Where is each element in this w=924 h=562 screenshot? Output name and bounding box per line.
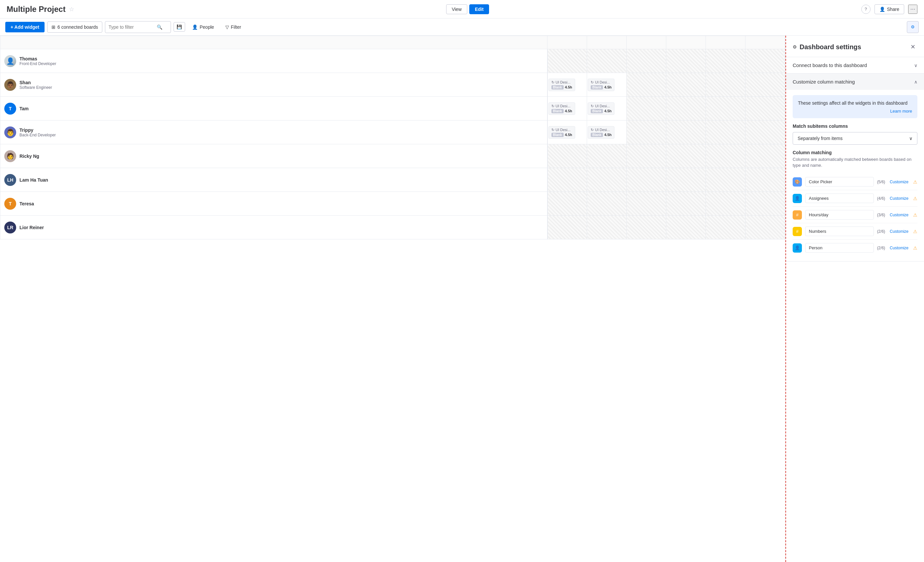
avatar: 🧑: [4, 150, 16, 162]
column-count: (5/6): [877, 180, 885, 184]
column-type-icon: #: [793, 227, 802, 236]
task-cell: [706, 97, 746, 120]
person-cell-1: 👨🏾ShanSoftware Engineer: [0, 73, 548, 97]
subitems-chevron-icon: ∨: [909, 136, 912, 141]
task-cell: [666, 192, 706, 216]
help-button[interactable]: ?: [861, 5, 870, 14]
task-cell: [706, 144, 746, 168]
avatar: LR: [4, 222, 16, 233]
column-name-input[interactable]: [805, 243, 874, 252]
task-cell: [627, 120, 666, 144]
filter-icon: ▽: [225, 24, 229, 30]
view-edit-toggle: View Edit: [446, 4, 489, 14]
task-cell: [587, 192, 627, 216]
settings-gear-icon: ⚙: [793, 44, 797, 50]
task-cell: [746, 120, 785, 144]
settings-header: ⚙ Dashboard settings ✕: [786, 36, 924, 57]
share-button[interactable]: 👤 Share: [874, 4, 904, 14]
task-chip[interactable]: ↻ UI Desi...Blank4.5h: [549, 102, 575, 115]
column-name-input[interactable]: [805, 194, 874, 203]
main-content: 👤ThomasFront-End Developer👨🏾ShanSoftware…: [0, 36, 924, 562]
task-cell: [666, 49, 706, 73]
column-customize-link[interactable]: Customize: [890, 213, 909, 217]
column-name-input[interactable]: [805, 227, 874, 236]
task-cell: ↻ UI Desi...Blank4.5h: [548, 73, 587, 97]
customize-col-label: Customize column matching: [793, 79, 855, 84]
task-cell: [706, 49, 746, 73]
column-matching-section: Column matching Columns are automaticall…: [793, 150, 917, 256]
customize-col-chevron-icon: ∧: [914, 79, 917, 84]
filter-input[interactable]: [109, 24, 155, 30]
task-cell: [746, 49, 785, 73]
task-chip[interactable]: ↻ UI Desi...Blank4.5h: [549, 126, 575, 139]
connected-boards-button[interactable]: ⊞ 6 connected boards: [47, 21, 102, 33]
task-cell: [627, 49, 666, 73]
column-warning-icon: ⚠: [913, 212, 917, 218]
column-customize-link[interactable]: Customize: [890, 229, 909, 234]
task-cell: [666, 73, 706, 97]
board-icon: ⊞: [51, 24, 56, 30]
task-cell: [706, 168, 746, 192]
person-name: Shan: [20, 80, 52, 85]
filter-button[interactable]: ▽ Filter: [221, 22, 246, 32]
column-customize-link[interactable]: Customize: [890, 180, 909, 184]
column-customize-link[interactable]: Customize: [890, 196, 909, 201]
view-button[interactable]: View: [446, 4, 467, 14]
column-customize-link[interactable]: Customize: [890, 246, 909, 250]
task-cell: [746, 144, 785, 168]
column-name-input[interactable]: [805, 177, 874, 186]
task-cell: [548, 49, 587, 73]
grid-header: [0, 36, 785, 49]
task-chip[interactable]: ↻ UI Desi...Blank4.5h: [588, 126, 615, 139]
task-cell: [627, 144, 666, 168]
learn-more-link[interactable]: Learn more: [798, 109, 912, 114]
task-cell: [548, 216, 587, 239]
col-3-header: [627, 36, 666, 49]
task-cell: ↻ UI Desi...Blank4.5h: [548, 97, 587, 120]
people-icon: 👤: [192, 24, 198, 30]
task-cell: [746, 73, 785, 97]
task-cell: [627, 168, 666, 192]
dashboard-settings-button[interactable]: ⚙: [907, 21, 919, 33]
edit-button[interactable]: Edit: [469, 4, 489, 14]
column-item-3: #(2/6)Customize⚠: [793, 223, 917, 240]
person-name: Thomas: [20, 56, 56, 62]
person-name: Ricky Ng: [20, 153, 39, 159]
close-settings-button[interactable]: ✕: [908, 42, 917, 51]
col-2-header: [587, 36, 627, 49]
task-chip[interactable]: ↻ UI Desi...Blank4.5h: [549, 78, 575, 91]
col-matching-title: Column matching: [793, 150, 917, 155]
more-options-button[interactable]: ···: [908, 5, 917, 14]
column-count: (2/6): [877, 246, 885, 250]
search-icon: 🔍: [157, 24, 162, 30]
column-name-input[interactable]: [805, 210, 874, 219]
person-cell-2: TTam: [0, 97, 548, 120]
avatar: T: [4, 198, 16, 210]
add-widget-button[interactable]: + Add widget: [5, 22, 45, 32]
star-icon[interactable]: ☆: [69, 6, 74, 13]
person-cell-0: 👤ThomasFront-End Developer: [0, 49, 548, 73]
task-cell: [746, 192, 785, 216]
save-filter-button[interactable]: 💾: [174, 22, 185, 32]
customize-col-accordion-header[interactable]: Customize column matching ∧: [786, 74, 924, 90]
table-row: 👨🏾ShanSoftware Engineer↻ UI Desi...Blank…: [0, 73, 785, 97]
person-role: Back-End Developer: [20, 133, 56, 137]
column-type-icon: 👤: [793, 243, 802, 252]
col-1-header: [548, 36, 587, 49]
avatar: T: [4, 103, 16, 114]
task-cell: [666, 168, 706, 192]
task-cell: [746, 216, 785, 239]
subitems-select[interactable]: Separately from items ∨: [793, 132, 917, 145]
column-item-1: 👤(4/6)Customize⚠: [793, 190, 917, 207]
col-4-header: [666, 36, 706, 49]
people-filter-button[interactable]: 👤 People: [188, 22, 219, 32]
task-chip[interactable]: ↻ UI Desi...Blank4.5h: [588, 78, 615, 91]
avatar: LH: [4, 174, 16, 186]
column-type-icon: 🎨: [793, 177, 802, 186]
task-cell: ↻ UI Desi...Blank4.5h: [548, 120, 587, 144]
task-cell: [627, 192, 666, 216]
task-chip[interactable]: ↻ UI Desi...Blank4.5h: [588, 102, 615, 115]
table-row: LHLam Ha Tuan: [0, 168, 785, 192]
person-name: Teresa: [20, 201, 34, 206]
connect-boards-accordion-header[interactable]: Connect boards to this dashboard ∨: [786, 57, 924, 73]
